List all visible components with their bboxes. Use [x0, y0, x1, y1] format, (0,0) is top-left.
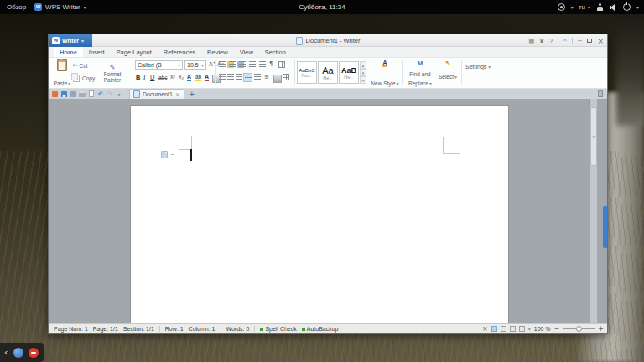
undo-button[interactable]: ↶ — [97, 90, 104, 98]
close-button[interactable]: × — [597, 37, 604, 45]
style-heading2[interactable]: AaB He... — [339, 61, 359, 84]
volume-icon[interactable] — [610, 3, 617, 12]
accessibility-icon[interactable] — [596, 3, 604, 12]
do-not-disturb-icon[interactable] — [29, 348, 39, 358]
tab-insert[interactable]: Insert — [83, 47, 111, 57]
web-layout-view-button[interactable] — [501, 326, 506, 332]
show-marks-button[interactable]: ¶ — [269, 60, 273, 67]
dock-blue-icon[interactable] — [13, 348, 23, 358]
close-tab-icon[interactable]: × — [175, 91, 180, 98]
justify-button[interactable] — [243, 73, 252, 82]
print-layout-view-button[interactable] — [491, 326, 497, 332]
clock[interactable]: Суббота, 11:34 — [0, 3, 644, 11]
decrease-indent-button[interactable] — [239, 61, 246, 67]
zoom-in-button[interactable]: + — [598, 325, 604, 333]
task-pane-handle[interactable] — [603, 206, 607, 248]
shading-button[interactable] — [273, 75, 282, 83]
zoom-slider[interactable] — [563, 328, 595, 329]
styles-more[interactable]: ≡ — [360, 76, 366, 84]
text-direction-button[interactable] — [259, 61, 266, 67]
italic-button[interactable]: I — [143, 74, 146, 81]
document-tab[interactable]: Document1 × — [129, 89, 184, 99]
align-center-button[interactable] — [227, 74, 234, 80]
titlebar: W Writer ▾ Document1 - Writer ▤ ♛ ? ^ − … — [49, 34, 607, 47]
style-normal[interactable]: AaBbC Nor... — [297, 61, 317, 84]
tab-page-layout[interactable]: Page Layout — [111, 47, 158, 57]
zoom-value[interactable]: 100 % — [534, 326, 551, 332]
sort-button[interactable] — [278, 61, 285, 68]
help-button[interactable]: ? — [549, 38, 553, 44]
tab-home[interactable]: Home — [54, 47, 83, 57]
writer-menu-tab[interactable]: W Writer ▾ — [49, 34, 92, 47]
cut-button[interactable]: ✂ Cut — [73, 62, 88, 69]
redo-button[interactable]: ↷ — [106, 90, 113, 98]
outline-view-button[interactable] — [510, 326, 516, 332]
chevron-down-icon: ▾ — [488, 64, 491, 70]
wallpaper-shadow — [616, 0, 644, 126]
settings-button[interactable]: Settings ▾ — [465, 64, 491, 70]
new-style-button[interactable]: A New Style ▾ — [369, 59, 401, 86]
layout-switch-icon[interactable]: ▤ — [528, 38, 534, 44]
format-painter-button[interactable]: ✎ Format Painter — [96, 59, 129, 86]
font-size-select[interactable]: 10.5 ▾ — [184, 60, 206, 70]
align-right-button[interactable] — [236, 74, 242, 80]
zoom-out-button[interactable]: − — [554, 325, 560, 333]
export-pdf-button[interactable] — [70, 90, 76, 98]
chevron-down-icon: ▾ — [201, 62, 204, 68]
font-color-button[interactable]: A — [187, 74, 191, 81]
bullets-button[interactable] — [219, 61, 226, 67]
tab-section[interactable]: Section — [259, 47, 292, 57]
power-icon[interactable] — [623, 3, 631, 11]
select-button[interactable]: ↖ Select ▾ — [437, 59, 459, 80]
find-replace-button[interactable]: M Find and Replace ▾ — [406, 59, 434, 86]
autobackup-toggle[interactable]: AutoBackup — [302, 326, 339, 332]
style-heading1[interactable]: Aa He... — [318, 61, 338, 84]
paste-options-icon[interactable] — [161, 151, 168, 158]
styles-scroll-up[interactable]: ▴ — [360, 61, 366, 69]
fit-page-button[interactable]: × — [482, 325, 488, 333]
paste-button[interactable]: Paste ▾ — [52, 59, 72, 86]
print-button[interactable] — [79, 90, 86, 98]
underline-button[interactable]: U — [150, 74, 154, 81]
save-button[interactable] — [60, 90, 67, 98]
line-spacing-button[interactable]: ≡ — [264, 74, 269, 80]
spell-check-toggle[interactable]: Spell Check — [260, 326, 296, 332]
minimize-button[interactable]: − — [578, 38, 583, 44]
font-size-value: 10.5 — [187, 62, 199, 68]
menu-button[interactable] — [51, 90, 58, 98]
new-tab-button[interactable]: + — [189, 90, 195, 98]
premium-icon[interactable]: ♛ — [539, 38, 544, 44]
char-color-button[interactable]: A — [205, 74, 209, 81]
full-screen-view-button[interactable] — [519, 326, 525, 332]
zoom-slider-thumb[interactable] — [576, 326, 582, 332]
increase-indent-button[interactable] — [249, 61, 256, 67]
distribute-button[interactable] — [254, 74, 261, 80]
collapse-dock-button[interactable]: ‹ — [4, 349, 8, 357]
subscript-button[interactable]: x₂ — [179, 74, 184, 80]
outdent-icon — [239, 61, 246, 67]
collapse-ribbon-button[interactable]: ^ — [564, 38, 566, 44]
superscript-button[interactable]: x² — [170, 74, 175, 80]
numbering-button[interactable] — [229, 61, 236, 67]
status-indicator-icon[interactable] — [558, 3, 565, 11]
status-words[interactable]: Words: 0 — [226, 326, 250, 332]
styles-scroll-down[interactable]: ▾ — [360, 69, 366, 76]
align-left-button[interactable] — [219, 74, 226, 80]
tab-view[interactable]: View — [234, 47, 259, 57]
bold-button[interactable]: B — [136, 74, 140, 81]
borders-button[interactable] — [283, 74, 289, 80]
collapse-ribbon-icon[interactable] — [597, 90, 604, 98]
highlight-color-button[interactable]: ab — [195, 74, 201, 81]
copy-button[interactable]: Copy — [73, 75, 95, 82]
maximize-button[interactable] — [587, 39, 592, 43]
document-area[interactable]: ≡ — [49, 99, 607, 323]
scrollbar-thumb[interactable]: ≡ — [590, 107, 597, 166]
font-family-select[interactable]: Calibri (B ▾ — [135, 60, 183, 70]
print-preview-button[interactable] — [88, 90, 95, 98]
tab-references[interactable]: References — [158, 47, 201, 57]
strikethrough-button[interactable]: abc — [158, 75, 167, 80]
keyboard-layout-menu[interactable]: ru ▾ — [579, 3, 590, 11]
document-page[interactable] — [131, 106, 508, 323]
customize-toolbar-button[interactable]: ▾ — [116, 90, 122, 98]
tab-review[interactable]: Review — [201, 47, 234, 57]
